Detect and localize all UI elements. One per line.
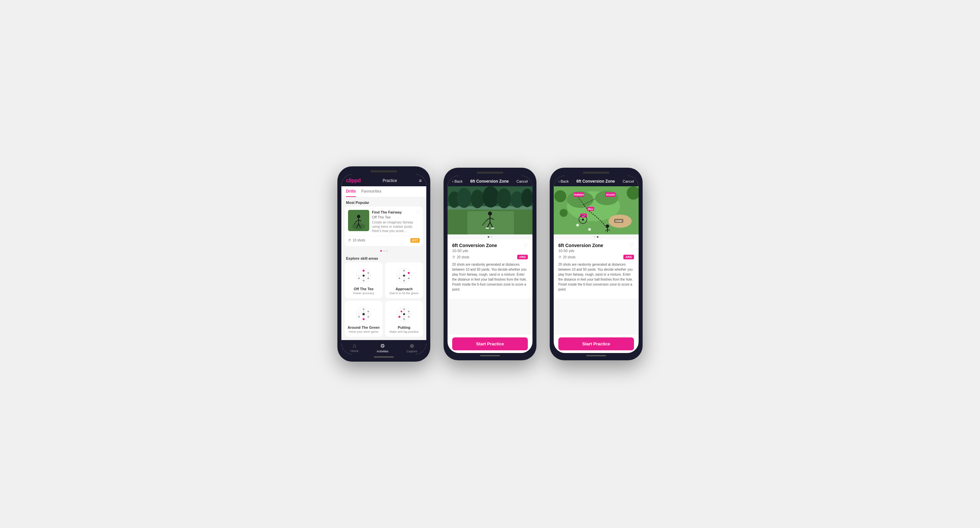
start-practice-btn-3[interactable]: Start Practice: [558, 337, 634, 350]
skill-ott-desc: Power accuracy: [353, 292, 374, 295]
svg-point-98: [576, 224, 579, 227]
start-practice-btn-2[interactable]: Start Practice: [452, 337, 528, 350]
img-dot-1: [488, 236, 489, 238]
drill-description: Create an imaginary fairway using trees …: [372, 220, 420, 233]
svg-point-18: [358, 277, 360, 279]
tab-favourites[interactable]: Favourites: [361, 186, 382, 197]
shots-row-2: ⏱ 20 shots: [452, 255, 469, 259]
svg-point-29: [399, 277, 401, 279]
dot-3: [386, 250, 388, 252]
svg-point-73: [491, 228, 494, 229]
drill-fav-icon-2[interactable]: ♡: [523, 243, 528, 248]
cancel-button-2[interactable]: Cancel: [517, 179, 528, 183]
featured-drill-card[interactable]: Find The Fairway Off The Tee Create an i…: [345, 207, 423, 246]
svg-point-27: [408, 277, 410, 279]
drill-text-info: Find The Fairway Off The Tee Create an i…: [372, 210, 420, 233]
most-popular-label: Most Popular: [341, 197, 426, 207]
phone-2: ‹ Back 6ft Conversion Zone Cancel: [444, 168, 536, 360]
menu-icon[interactable]: ≡: [419, 178, 422, 183]
skill-approach-name: Approach: [395, 287, 412, 291]
skill-off-the-tee[interactable]: Off The Tee Power accuracy: [345, 262, 382, 298]
phone-2-screen: ‹ Back 6ft Conversion Zone Cancel: [447, 175, 533, 353]
skill-approach[interactable]: Approach Dial-in to hit the green: [385, 262, 423, 298]
phone1-content: Most Popular: [341, 197, 426, 340]
drill-description-2: 20 shots are randomly generated at dista…: [452, 262, 528, 295]
svg-point-65: [488, 212, 492, 215]
skill-atg-desc: Hone your short game: [349, 330, 378, 333]
svg-point-91: [582, 219, 584, 220]
off-the-tee-icon: [354, 266, 374, 286]
around-green-icon: [354, 304, 374, 324]
phone-3: ‹ Back 6ft Conversion Zone Cancel: [550, 168, 643, 360]
back-button-2[interactable]: ‹ Back: [452, 179, 463, 183]
tab-drills[interactable]: Drills: [346, 186, 356, 197]
drill-name-3: 6ft Conversion Zone: [558, 243, 603, 248]
clock-icon-3: ⏱: [558, 255, 562, 259]
nav-capture[interactable]: ⊕ Capture: [407, 343, 417, 353]
shots-count-2: 20 shots: [457, 255, 469, 259]
back-button-3[interactable]: ‹ Back: [558, 179, 569, 183]
drill-fav-icon-3[interactable]: ♡: [630, 243, 634, 248]
skill-atg-name: Around The Green: [348, 325, 380, 329]
svg-point-2: [357, 215, 360, 218]
svg-point-50: [403, 318, 405, 320]
skill-putting[interactable]: Putting Make and lag practice: [385, 301, 423, 337]
svg-point-19: [363, 274, 364, 277]
drill-favourite-icon[interactable]: ♡: [416, 210, 420, 215]
svg-point-28: [403, 279, 405, 281]
svg-point-36: [363, 308, 364, 310]
ott-badge: OTT: [410, 238, 420, 243]
svg-point-58: [471, 190, 484, 208]
drill-range-3: 10-50 yds: [558, 249, 603, 253]
nav-activities[interactable]: ⚙ Activities: [377, 343, 388, 353]
svg-point-59: [482, 186, 499, 207]
svg-point-37: [368, 311, 369, 312]
back-label-2: Back: [455, 179, 463, 183]
practice-title: Practice: [382, 178, 397, 183]
drill-card-footer: ⏱ 10 shots OTT: [348, 236, 420, 243]
svg-point-48: [408, 311, 410, 312]
phone-home-bar-3: [586, 355, 606, 356]
svg-point-25: [403, 270, 405, 271]
cancel-button-3[interactable]: Cancel: [623, 179, 634, 183]
phone2-content: 6ft Conversion Zone 10-50 yds ♡ ⏱ 20 sho…: [447, 186, 533, 335]
tabs-bar: Drills Favourites: [341, 186, 426, 197]
svg-point-57: [457, 188, 471, 208]
drill-thumbnail: [348, 210, 369, 231]
drill-hero-image-3: FAIRWAY ROUGH Miss Hit SAND: [554, 186, 639, 234]
drill-card-inner: Find The Fairway Off The Tee Create an i…: [348, 210, 420, 233]
drill-meta-2: ⏱ 20 shots ARG: [452, 255, 528, 259]
back-label-3: Back: [561, 179, 569, 183]
phone3-header: ‹ Back 6ft Conversion Zone Cancel: [554, 175, 639, 186]
image-dots-3: [554, 234, 639, 239]
phone-notch-2: [477, 172, 503, 174]
drill-hero-image-2: [447, 186, 533, 234]
svg-point-17: [363, 279, 364, 281]
svg-point-49: [408, 316, 410, 317]
svg-point-38: [368, 316, 369, 317]
img-dot-3-1: [594, 236, 595, 238]
svg-point-40: [358, 316, 360, 317]
phone-notch-3: [583, 172, 609, 174]
capture-icon: ⊕: [410, 343, 414, 349]
nav-home[interactable]: ⌂ Home: [350, 343, 358, 353]
drill-description-3: 20 shots are randomly generated at dista…: [558, 262, 634, 295]
svg-point-30: [403, 274, 405, 277]
bottom-nav: ⌂ Home ⚙ Activities ⊕ Capture: [341, 340, 426, 354]
svg-text:ROUGH: ROUGH: [606, 194, 615, 196]
drill-subtitle: Off The Tee: [372, 215, 420, 220]
svg-point-47: [403, 308, 405, 310]
shots-info: ⏱ 10 shots: [348, 238, 365, 242]
phone-3-screen: ‹ Back 6ft Conversion Zone Cancel: [554, 175, 639, 353]
svg-point-15: [368, 272, 369, 274]
svg-point-72: [486, 228, 489, 229]
svg-point-53: [401, 311, 402, 312]
activities-icon: ⚙: [380, 343, 385, 349]
skill-putting-desc: Make and lag practice: [390, 330, 419, 333]
skill-around-green[interactable]: Around The Green Hone your short game: [345, 301, 382, 337]
drill-name-range-3: 6ft Conversion Zone 10-50 yds: [558, 243, 603, 253]
svg-point-41: [363, 313, 365, 315]
dot-2: [383, 250, 385, 252]
svg-text:SAND: SAND: [616, 220, 622, 222]
phone-home-bar-2: [480, 355, 500, 356]
